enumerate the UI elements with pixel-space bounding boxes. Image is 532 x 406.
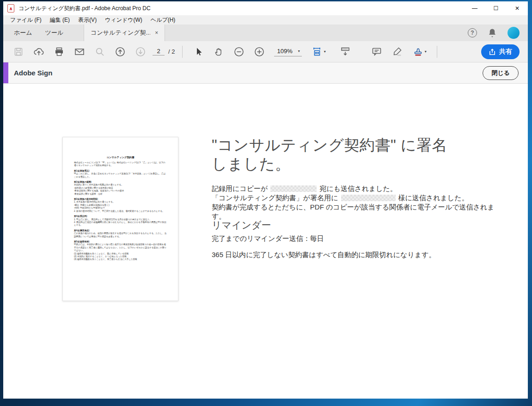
contract-section-body: 株式会社トールビズン(以下「甲」という)と 株式会社レベリング(以下「乙」という… [74,161,167,167]
cursor-icon [193,46,204,57]
tab-document[interactable]: コンサルティング契... × [84,25,165,41]
tab-close-icon[interactable]: × [155,30,158,36]
document-thumbnail[interactable]: コンサルティング契約書 株式会社トールビズン(以下「甲」という)と 株式会社レベ… [62,137,178,301]
help-icon[interactable]: ? [468,28,477,37]
signed-heading: "コンサルティング契約書" に署名 しました。 [212,135,489,173]
redacted-recipient [341,195,396,201]
notice-text: 記録用にコピーが宛にも送信されました。 「コンサルティング契約書」が署名用に様に… [212,184,498,221]
share-upload-icon [489,48,496,55]
toolbar: / 2 [3,41,528,62]
arrow-up-circle-icon [114,46,126,58]
contract-section: 第4条(委託料) 1. 甲は乙に対し、委託料として月額10万円を当月分全額その末… [74,215,167,227]
signed-heading-line2: しました。 [212,154,489,173]
highlight-button[interactable] [387,41,407,62]
reminder-frequency: 完了までのリマインダー送信：毎日 [212,234,324,243]
search-icon [94,46,105,57]
chevron-down-icon: ▾ [324,49,326,54]
account-avatar[interactable] [508,27,520,39]
menu-item[interactable]: 編集 (E) [46,15,74,25]
maximize-button[interactable]: ☐ [485,1,507,15]
hand-tool-button[interactable] [208,41,229,62]
zoom-level-value: 109% [277,48,292,55]
adobe-sign-banner: Adobe Sign 閉じる [3,62,528,84]
fit-width-icon [311,46,323,58]
share-button[interactable]: 共有 [481,44,520,59]
desktop-background: ∧ コンサルティング契約書.pdf - Adobe Acrobat Pro DC… [0,0,532,406]
menu-item[interactable]: 表示(V) [74,15,101,25]
notice-line-1: 記録用にコピーが宛にも送信されました。 [212,184,498,193]
zoom-in-button[interactable] [249,41,269,62]
notice-1-before: 記録用にコピーが [212,185,268,192]
contract-body: 株式会社トールビズン(以下「甲」という)と 株式会社レベリング(以下「乙」という… [74,161,167,261]
zoom-level-select[interactable]: 109% ▾ [274,47,301,56]
contract-section: 第1条(業務受託) 甲はこれに対し、次条に定めるコンサルティング業務(以下「本件… [74,170,167,178]
share-button-label: 共有 [499,48,512,56]
banner-accent-stripe [3,62,8,83]
window-controls: — ☐ ✕ [464,1,528,15]
plus-circle-icon [253,46,265,58]
stamp-button[interactable]: ▾ [407,41,431,62]
cloud-upload-icon [33,46,45,57]
page-number-group: / 2 [153,48,175,55]
adobe-sign-title: Adobe Sign [14,69,52,77]
contract-section: 株式会社トールビズン(以下「甲」という)と 株式会社レベリング(以下「乙」という… [74,161,167,167]
tabbar-right-icons: ? [468,25,528,41]
signed-heading-line1: "コンサルティング契約書" に署名 [212,135,489,154]
notice-line-3: 契約書が完成するとただちに、PDF のコピーが該当する関係者に電子メールで送信さ… [212,203,498,221]
save-button[interactable] [8,41,29,62]
comment-bubble-icon [371,46,383,58]
contract-section: 第4条(費用負担) 乙が業務の遂行のため、個別の費用が発生する場合甲がこれを負担… [74,229,167,238]
window-title: コンサルティング契約書.pdf - Adobe Acrobat Pro DC [18,5,151,12]
acrobat-app-icon: ∧ [7,4,14,12]
toolbar-divider [182,46,183,58]
contract-section-body: 1. 本件業務の提供時間は次の通りとする。 -曜日: 月曜から金曜日(祝祭日を除… [74,201,167,213]
notice-line-2: 「コンサルティング契約書」が署名用に様に送信されました。 [212,193,498,203]
notifications-bell-icon[interactable] [487,27,497,38]
contract-section: 第2条(業務の範囲) 本契約に基づく本件業務の範囲は次の通りとする。 -経営及び… [74,181,167,196]
menu-item[interactable]: ファイル (F) [6,15,46,25]
page-total-label: / 2 [168,48,175,55]
hand-icon [213,46,224,57]
menu-bar: ファイル (F)編集 (E)表示(V)ウィンドウ(W)ヘルプ(H) [3,15,528,25]
email-button[interactable] [69,41,90,62]
notice-1-after: 宛にも送信されました。 [319,185,397,192]
tab-home[interactable]: ホーム [7,25,39,41]
banner-close-button[interactable]: 閉じる [483,66,519,80]
menu-item[interactable]: ヘルプ(H) [147,15,180,25]
menu-item[interactable]: ウィンドウ(W) [101,15,147,25]
tab-document-label: コンサルティング契... [91,29,150,37]
next-page-button[interactable] [130,41,151,62]
minus-circle-icon [233,46,245,58]
arrow-down-circle-icon [135,46,147,58]
page-number-input[interactable] [153,48,165,55]
minimize-button[interactable]: — [464,1,485,15]
zoom-out-button[interactable] [229,41,249,62]
search-button[interactable] [90,41,110,62]
contract-section: 第3条(業務の提供時間等) 1. 本件業務の提供時間は次の通りとする。 -曜日:… [74,198,167,213]
highlighter-pen-icon [391,46,403,58]
title-bar: ∧ コンサルティング契約書.pdf - Adobe Acrobat Pro DC… [3,1,528,15]
contract-section-body: 乙が業務の遂行のため、個別の費用が発生する場合甲がこれを負担するものとする。ただ… [74,232,167,238]
reminder-heading: リマインダー [212,219,271,232]
comment-button[interactable] [367,41,387,62]
envelope-icon [73,46,86,57]
document-pane: コンサルティング契約書 株式会社トールビズン(以下「甲」という)と 株式会社レベ… [3,84,528,399]
contract-section-body: 本契約に基づく本件業務の範囲は次の通りとする。 -経営及び人材管理に関する指導及… [74,184,167,196]
previous-page-button[interactable] [110,41,130,62]
fit-width-button[interactable]: ▾ [306,41,330,62]
page-display-button[interactable] [335,41,355,62]
chevron-down-icon: ▾ [425,49,427,54]
print-button[interactable] [49,41,69,62]
printer-icon [54,46,65,57]
close-button[interactable]: ✕ [507,1,528,15]
redacted-email [270,185,317,192]
reminder-expiry: 365 日以内に完了しない契約書はすべて自動的に期限切れになります。 [212,251,435,259]
contract-section-body: 甲はこれに対し、次条に定めるコンサルティング業務(以下「本件業務」という)を委託… [74,172,167,178]
tab-tools[interactable]: ツール [39,25,70,41]
contract-title: コンサルティング契約書 [74,156,167,159]
contract-section-body: 1. 甲は乙に対し、委託料として月額10万円を当月分全額その末日までに支払う。 … [74,218,167,227]
toolbar-divider [437,46,437,58]
select-tool-button[interactable] [188,41,208,62]
share-cloud-button[interactable] [29,41,49,62]
chevron-down-icon: ▾ [298,49,300,53]
